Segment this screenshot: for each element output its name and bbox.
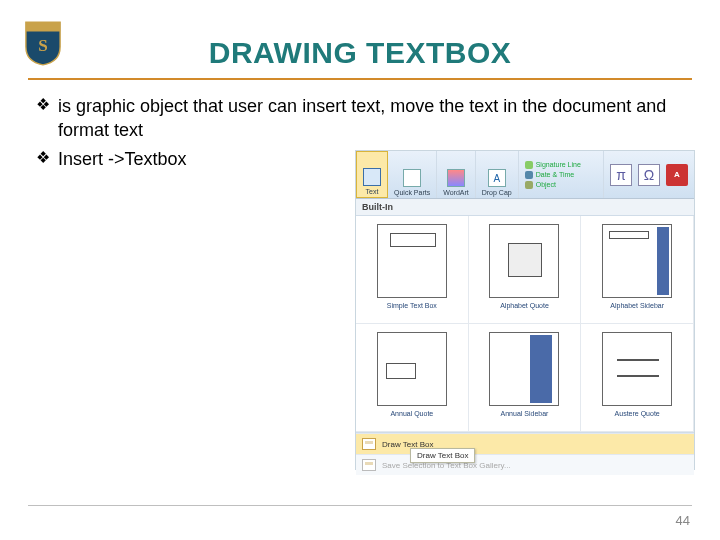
slide-title: DRAWING TEXTBOX [28,36,692,70]
quick-parts-button[interactable]: Quick Parts [388,151,437,198]
draw-textbox-tooltip: Draw Text Box [410,448,475,463]
footer-rule [28,505,692,506]
symbols-group: π Ω A [603,151,694,198]
equation-button[interactable]: π [610,164,632,186]
calendar-icon [525,171,533,179]
thumbnail [377,224,447,298]
bullet-item: ❖ is graphic object that user can insert… [36,94,688,143]
gallery-item-annual-sidebar[interactable]: Annual Sidebar [469,324,582,432]
gallery-caption: Alphabet Sidebar [610,302,664,310]
save-selection-icon [362,459,376,471]
ribbon-strip: Text Quick Parts WordArt A Drop Cap Sign… [356,151,694,199]
draw-textbox-icon [362,438,376,450]
textbox-button-label: Text [366,188,379,195]
object-button[interactable]: Object [525,181,603,189]
gallery-caption: Annual Sidebar [501,410,549,418]
textbox-gallery-panel: Text Quick Parts WordArt A Drop Cap Sign… [355,150,695,470]
signature-line-button[interactable]: Signature Line [525,161,603,169]
object-icon [525,181,533,189]
gallery-caption: Alphabet Quote [500,302,549,310]
diamond-bullet-icon: ❖ [36,94,50,116]
thumbnail [602,332,672,406]
signature-icon [525,161,533,169]
page-number: 44 [676,513,690,528]
quick-parts-label: Quick Parts [394,189,430,196]
gallery-caption: Austere Quote [615,410,660,418]
symbol-button[interactable]: Ω [638,164,660,186]
gallery-item-annual-quote[interactable]: Annual Quote [356,324,469,432]
wordart-button[interactable]: WordArt [437,151,476,198]
thumbnail [602,224,672,298]
svg-text:S: S [38,36,48,55]
draw-text-box-action[interactable]: Draw Text Box [356,433,694,454]
dropcap-button[interactable]: A Drop Cap [476,151,519,198]
school-shield-logo: S [24,20,62,66]
textbox-gallery: Simple Text Box Alphabet Quote Alphabet … [356,216,694,433]
thumbnail [377,332,447,406]
sidebar-shape [657,227,669,295]
save-selection-action[interactable]: Save Selection to Text Box Gallery... [356,454,694,475]
gallery-header: Built-In [356,199,694,216]
textbox-button[interactable]: Text [356,151,388,198]
gallery-caption: Annual Quote [390,410,433,418]
ribbon-text-group: Signature Line Date & Time Object [519,151,603,198]
bullet-text: is graphic object that user can insert t… [58,94,688,143]
dropcap-label: Drop Cap [482,189,512,196]
thumbnail [489,332,559,406]
date-time-button[interactable]: Date & Time [525,171,603,179]
gallery-item-austere-quote[interactable]: Austere Quote [581,324,694,432]
slide: S DRAWING TEXTBOX ❖ is graphic object th… [0,0,720,540]
gallery-item-alphabet-quote[interactable]: Alphabet Quote [469,216,582,324]
gallery-caption: Simple Text Box [387,302,437,310]
gallery-item-simple-text-box[interactable]: Simple Text Box [356,216,469,324]
pdf-button[interactable]: A [666,164,688,186]
diamond-bullet-icon: ❖ [36,147,50,169]
thumbnail [489,224,559,298]
wordart-label: WordArt [443,189,469,196]
sidebar-shape [530,335,552,403]
title-underline [28,78,692,80]
gallery-actions: Draw Text Box Save Selection to Text Box… [356,433,694,475]
gallery-item-alphabet-sidebar[interactable]: Alphabet Sidebar [581,216,694,324]
